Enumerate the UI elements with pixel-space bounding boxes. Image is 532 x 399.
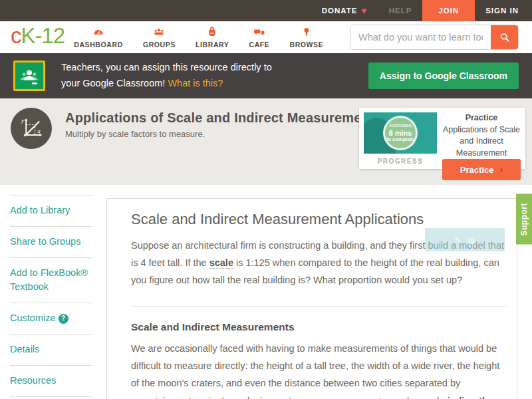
estimated-time-badge: Estimated 8 mins to complete <box>383 116 418 150</box>
concept-titles: Applications of Scale and Indirect Measu… <box>65 108 374 176</box>
progress-label: PROGRESS <box>364 158 437 165</box>
google-classroom-banner: Teachers, you can assign this resource d… <box>0 53 532 98</box>
search-icon <box>499 31 511 43</box>
practice-widget: Estimated 8 mins to complete PROGRESS Pr… <box>359 108 525 169</box>
practice-progress-panel: Estimated 8 mins to complete PROGRESS <box>364 112 437 164</box>
sign-in-link[interactable]: SIGN IN <box>485 7 519 15</box>
logo-12: -12 <box>35 23 65 48</box>
classroom-person-icon <box>17 65 41 86</box>
support-tab[interactable]: Support <box>516 194 532 245</box>
page-title: Applications of Scale and Indirect Measu… <box>65 110 374 126</box>
body-text-bold-indirectly: indirectly <box>448 396 490 399</box>
donate-label: DONATE <box>322 7 358 15</box>
nav-item-library[interactable]: LIBRARY <box>196 26 229 49</box>
nav-item-groups[interactable]: GROUPS <box>143 26 176 49</box>
what-is-this-link[interactable]: What is this? <box>168 78 223 88</box>
content-area: Add to Library Share to Groups Add to Fl… <box>0 185 532 399</box>
svg-text:y: y <box>20 118 25 124</box>
chevron-right-icon: › <box>499 164 503 175</box>
top-utility-bar: DONATE ♥ HELP JOIN SIGN IN <box>0 0 532 21</box>
lesson-article: ✎ ▤ Scale and Indirect Measurement Appli… <box>106 198 517 399</box>
practice-cta-panel: Practice Applications of Scale and Indir… <box>442 112 521 164</box>
nav-label-cafe: CAFE <box>249 41 269 49</box>
dashboard-gauge-icon <box>91 26 106 39</box>
banner-line2: your Google Classroom! <box>61 78 165 88</box>
banner-message: Teachers, you can assign this resource d… <box>61 60 272 92</box>
practice-thumbnail[interactable]: Estimated 8 mins to complete <box>364 112 437 154</box>
practice-button-label: Practice <box>460 165 494 175</box>
nav-item-dashboard[interactable]: DASHBOARD <box>74 26 123 49</box>
badge-estimated: Estimated <box>389 123 411 129</box>
page-subtitle: Multiply by scale factors to measure. <box>65 129 374 139</box>
nav-menu: DASHBOARD GROUPS LIBRARY CAFE <box>74 26 323 49</box>
logo-c: c <box>11 23 21 48</box>
groups-people-icon <box>152 26 166 39</box>
assign-to-google-classroom-button[interactable]: Assign to Google Classroom <box>368 63 519 89</box>
nav-item-browse[interactable]: BROWSE <box>289 26 323 49</box>
concept-header: y x Applications of Scale and Indirect M… <box>0 98 532 185</box>
sidebar-item-add-to-library[interactable]: Add to Library <box>10 195 92 227</box>
actions-sidebar: Add to Library Share to Groups Add to Fl… <box>10 195 92 399</box>
section-heading: Scale and Indirect Measurements <box>131 321 507 333</box>
banner-line1: Teachers, you can assign this resource d… <box>61 62 272 72</box>
intro-paragraph: Suppose an architectural firm is constru… <box>131 237 507 289</box>
search-button[interactable] <box>491 25 518 49</box>
body-text-a: We are occasionally faced with having to… <box>131 343 499 399</box>
svg-text:x: x <box>37 128 41 134</box>
nav-label-library: LIBRARY <box>196 41 229 49</box>
cafe-chat-icon <box>252 26 267 39</box>
nav-label-browse: BROWSE <box>289 41 323 49</box>
practice-title-bold: Practice <box>466 113 498 122</box>
body-paragraph: We are occasionally faced with having to… <box>131 340 507 399</box>
google-classroom-icon <box>13 61 45 91</box>
badge-to-complete: to complete <box>386 137 414 143</box>
ck12-logo[interactable]: cK-12 <box>11 23 65 49</box>
section-divider <box>131 306 507 307</box>
nav-item-cafe[interactable]: CAFE <box>249 26 269 49</box>
sidebar-item-resources[interactable]: Resources <box>10 366 92 397</box>
practice-title-rest: Applications of Scale and Indirect Measu… <box>443 125 520 158</box>
nav-label-groups: GROUPS <box>143 41 176 49</box>
sidebar-item-share-to-groups[interactable]: Share to Groups <box>10 227 92 258</box>
main-navbar: cK-12 DASHBOARD GROUPS LIBRARY <box>0 21 532 53</box>
article-heading: Scale and Indirect Measurement Applicati… <box>131 211 507 228</box>
join-button[interactable]: JOIN <box>422 0 475 21</box>
logo-k: K <box>21 23 35 48</box>
library-backpack-icon <box>205 26 219 39</box>
help-link[interactable]: HELP <box>389 7 412 15</box>
heart-icon: ♥ <box>361 5 367 16</box>
donate-link[interactable]: DONATE ♥ <box>322 5 368 16</box>
search-input[interactable] <box>350 25 491 49</box>
lexicon-term-scale[interactable]: scale <box>209 257 233 269</box>
browse-lightbulb-icon <box>299 26 314 39</box>
sidebar-item-customize[interactable]: Customize? <box>10 303 92 334</box>
question-mark-icon: ? <box>59 314 68 324</box>
search-box <box>350 25 519 50</box>
sidebar-item-add-to-flexbook[interactable]: Add to FlexBook® Textbook <box>10 258 92 303</box>
sidebar-item-details[interactable]: Details <box>10 334 92 366</box>
practice-button[interactable]: Practice› <box>442 159 521 180</box>
nav-label-dashboard: DASHBOARD <box>74 41 123 49</box>
practice-title: Practice Applications of Scale and Indir… <box>442 112 521 159</box>
concept-graph-icon: y x <box>11 108 52 149</box>
customize-label: Customize <box>10 313 56 323</box>
